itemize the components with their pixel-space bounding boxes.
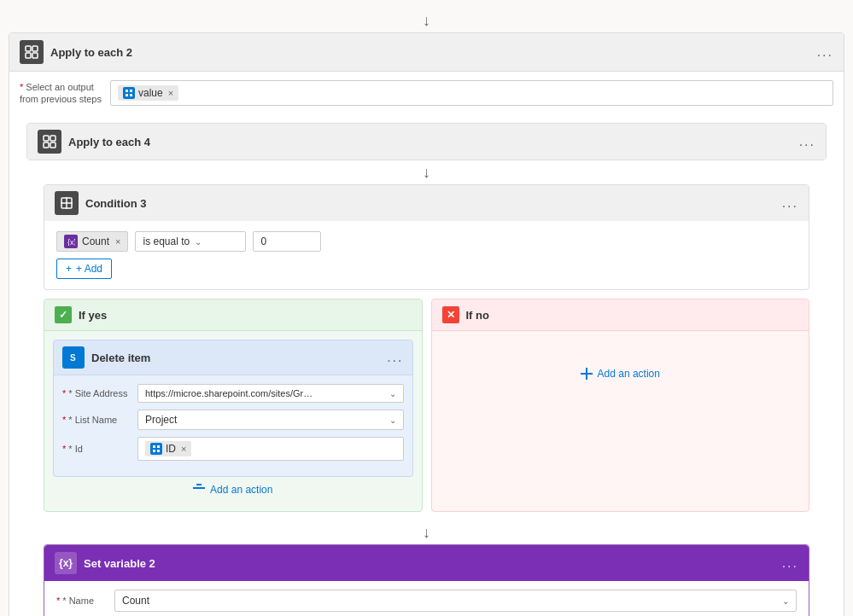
- condition-row: {x} Count × is equal to ⌄ 0: [56, 231, 797, 252]
- var-name-value: Count: [122, 595, 149, 607]
- apply-to-each-2-menu[interactable]: ...: [817, 44, 833, 60]
- site-address-dropdown[interactable]: https://microe.sharepoint.com/sites/Gree…: [137, 384, 404, 403]
- add-action-no-label: Add an action: [598, 368, 660, 380]
- svg-rect-2: [26, 53, 31, 58]
- delete-item-header-left: S Delete item: [62, 346, 150, 369]
- svg-rect-3: [32, 53, 38, 58]
- svg-rect-22: [196, 484, 202, 485]
- count-tag: {x} Count ×: [56, 231, 128, 252]
- svg-rect-19: [157, 445, 160, 448]
- svg-text:S: S: [70, 353, 76, 363]
- top-arrow-down: ↓: [0, 9, 853, 32]
- id-label: * * Id: [62, 444, 131, 454]
- if-no-label: If no: [466, 309, 489, 322]
- list-name-dropdown[interactable]: Project ⌄: [137, 410, 404, 430]
- site-chevron: ⌄: [389, 389, 396, 398]
- if-yes-label: If yes: [79, 309, 107, 322]
- apply-to-each-2-icon: [20, 40, 44, 64]
- delete-item-body: * * Site Address https://microe.sharepoi…: [54, 375, 412, 476]
- svg-rect-6: [126, 94, 128, 96]
- var-name-label: * * Name: [56, 596, 108, 606]
- apply-to-each-4-menu[interactable]: ...: [799, 134, 815, 149]
- value-tag-label: value: [138, 87, 163, 99]
- set-variable-2-header-left: {x} Set variable 2: [55, 552, 155, 574]
- svg-rect-10: [44, 142, 49, 148]
- svg-rect-18: [153, 445, 155, 448]
- count-tag-close[interactable]: ×: [115, 236, 120, 247]
- list-name-label: * * List Name: [62, 415, 131, 425]
- add-action-no-button[interactable]: Add an action: [574, 361, 667, 386]
- value-tag-close[interactable]: ×: [168, 88, 173, 98]
- if-no-branch: ✕ If no Add an action: [431, 299, 810, 512]
- apply-to-each-4-icon: [38, 130, 61, 154]
- apply-to-each-4-title: Apply to each 4: [68, 136, 150, 148]
- operator-label: is equal to: [143, 235, 190, 247]
- add-condition-button[interactable]: + + Add: [56, 259, 112, 279]
- set-variable-2-header: {x} Set variable 2 ...: [44, 545, 809, 581]
- svg-rect-8: [44, 136, 49, 141]
- set-variable-2-menu[interactable]: ...: [782, 555, 798, 571]
- apply-to-each-2-body: Apply to each 4 ... ↓: [9, 114, 844, 616]
- site-address-value: https://microe.sharepoint.com/sites/Gree…: [145, 388, 316, 398]
- svg-rect-11: [50, 142, 56, 148]
- svg-rect-5: [130, 90, 132, 92]
- apply-to-each-4-header-left: Apply to each 4: [38, 130, 150, 154]
- if-yes-body: S Delete item ... * * S: [44, 331, 422, 511]
- condition-3-menu[interactable]: ...: [782, 195, 798, 211]
- if-no-body: Add an action: [432, 331, 809, 416]
- condition-3-title: Condition 3: [85, 197, 147, 210]
- operator-select[interactable]: is equal to ⌄: [135, 231, 246, 252]
- svg-rect-9: [50, 136, 56, 141]
- set-variable-2-block: {x} Set variable 2 ... * * Name Count ⌄: [44, 544, 809, 616]
- add-action-yes-label: Add an action: [210, 484, 272, 496]
- id-tag-input[interactable]: ID ×: [137, 437, 404, 461]
- no-icon: ✕: [442, 306, 459, 323]
- add-plus-icon: +: [66, 263, 72, 275]
- condition-3-icon: [55, 191, 79, 215]
- condition-3-block: Condition 3 ... {x} Count ×: [44, 184, 809, 290]
- apply-to-each-2-title: Apply to each 2: [50, 46, 132, 59]
- id-tag-label: ID: [166, 443, 176, 455]
- yes-icon: ✓: [55, 306, 72, 323]
- apply-to-each-4-header: Apply to each 4 ...: [27, 124, 826, 160]
- condition-3-header-left: Condition 3: [55, 191, 147, 215]
- apply-to-each-2-block: Apply to each 2 ... * Select an outputfr…: [9, 32, 844, 616]
- list-chevron: ⌄: [389, 416, 396, 425]
- middle-arrow: ↓: [26, 520, 827, 544]
- sharepoint-icon: S: [62, 346, 85, 369]
- id-tag: ID ×: [145, 441, 191, 456]
- apply-to-each-2-header-left: Apply to each 2: [20, 40, 132, 64]
- svg-rect-21: [157, 450, 160, 452]
- var-name-dropdown[interactable]: Count ⌄: [114, 590, 797, 612]
- var-name-chevron: ⌄: [782, 596, 789, 606]
- count-tag-label: Count: [82, 235, 109, 247]
- var-name-row: * * Name Count ⌄: [56, 590, 797, 612]
- set-variable-2-icon: {x}: [55, 552, 77, 574]
- id-tag-close[interactable]: ×: [181, 444, 186, 454]
- if-no-header: ✕ If no: [432, 299, 809, 331]
- site-address-label: * * Site Address: [62, 388, 131, 398]
- svg-rect-23: [193, 487, 205, 489]
- condition-value[interactable]: 0: [253, 231, 321, 252]
- list-name-value: Project: [145, 414, 177, 426]
- list-name-row: * * List Name Project ⌄: [62, 410, 404, 430]
- svg-rect-20: [153, 450, 155, 452]
- select-output-input[interactable]: value ×: [110, 80, 833, 106]
- add-action-yes-button[interactable]: Add an action: [53, 477, 413, 503]
- delete-item-title: Delete item: [91, 352, 150, 364]
- condition-3-body: {x} Count × is equal to ⌄ 0: [44, 221, 809, 289]
- delete-item-menu[interactable]: ...: [387, 350, 403, 365]
- delete-item-block: S Delete item ... * * S: [53, 340, 413, 477]
- count-tag-icon: {x}: [64, 235, 78, 248]
- svg-rect-7: [130, 94, 132, 96]
- value-tag-icon: [123, 87, 135, 99]
- apply-to-each-4-block: Apply to each 4 ...: [26, 123, 827, 160]
- set-variable-2-body: * * Name Count ⌄ * * Value 0: [44, 581, 809, 616]
- select-output-row: * Select an outputfrom previous steps va…: [9, 72, 844, 114]
- condition-3-header: Condition 3 ...: [44, 185, 809, 221]
- if-yes-header: ✓ If yes: [44, 299, 422, 331]
- delete-item-header: S Delete item ...: [54, 340, 412, 375]
- inner-arrow-1: ↓: [26, 160, 827, 184]
- value-tag: value ×: [118, 85, 178, 101]
- operator-chevron: ⌄: [195, 237, 202, 247]
